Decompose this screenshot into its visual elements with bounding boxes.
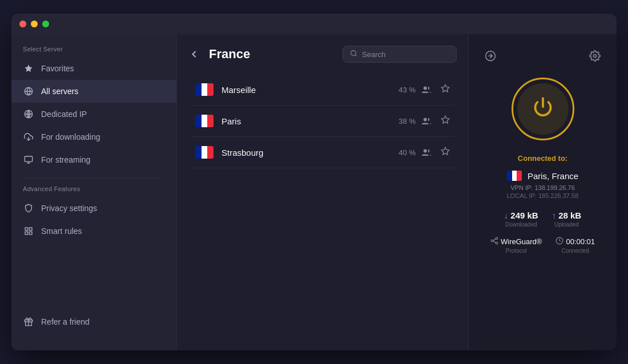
svg-point-30	[496, 242, 498, 244]
power-inner	[517, 83, 569, 135]
app-window: Select Server Favorites All s	[11, 14, 617, 350]
svg-rect-10	[25, 228, 28, 230]
svg-rect-12	[25, 232, 28, 234]
arrow-right-button[interactable]	[480, 46, 501, 66]
close-button[interactable]	[19, 21, 26, 27]
sidebar-item-for-streaming[interactable]: For streaming	[11, 148, 176, 171]
favorite-star-icon[interactable]	[441, 115, 450, 127]
svg-point-28	[491, 240, 493, 242]
small-flag	[507, 171, 522, 181]
clock-icon	[555, 237, 563, 246]
svg-line-32	[493, 241, 496, 243]
svg-point-22	[424, 149, 427, 152]
time-block: 00:00:01 Connected	[555, 237, 595, 254]
sidebar-item-favorites[interactable]: Favorites	[11, 57, 176, 80]
cloud-download-icon	[23, 131, 34, 143]
power-symbol-icon	[533, 96, 553, 122]
download-stat: ↓ 249 kB Downloaded	[504, 211, 538, 228]
people-icon	[421, 116, 432, 126]
favorite-star-icon[interactable]	[441, 84, 450, 95]
protocol-icon	[490, 237, 498, 246]
connected-label: Connected to:	[518, 154, 567, 163]
people-icon	[421, 85, 432, 95]
server-name: Marseille	[222, 85, 398, 95]
power-button[interactable]	[512, 78, 574, 140]
svg-point-18	[424, 86, 427, 90]
server-load: 43 %	[398, 86, 416, 94]
server-row[interactable]: Paris 38 %	[188, 106, 457, 137]
connection-info: Paris, France	[507, 171, 578, 181]
svg-line-31	[493, 239, 496, 241]
svg-rect-7	[25, 156, 32, 161]
globe-icon	[23, 86, 34, 97]
svg-marker-23	[441, 147, 449, 155]
upload-arrow-icon: ↑	[552, 211, 557, 220]
main-content: Select Server Favorites All s	[11, 34, 617, 350]
server-name: Paris	[222, 116, 398, 126]
svg-marker-21	[441, 116, 449, 123]
svg-marker-19	[441, 84, 449, 92]
gift-icon	[23, 316, 34, 327]
download-arrow-icon: ↓	[504, 211, 509, 220]
center-header: France	[188, 46, 457, 63]
server-load: 38 %	[398, 117, 416, 126]
titlebar	[11, 14, 617, 34]
svg-point-16	[351, 51, 356, 56]
upload-value: ↑ 28 kB	[552, 211, 582, 220]
sidebar-divider	[23, 178, 165, 179]
svg-line-17	[355, 55, 356, 56]
connection-city: Paris, France	[528, 171, 578, 181]
people-icon	[421, 148, 432, 157]
sidebar-item-refer-friend[interactable]: Refer a friend	[11, 310, 176, 333]
country-title: France	[209, 47, 250, 62]
minimize-button[interactable]	[31, 21, 38, 27]
stats-row: ↓ 249 kB Downloaded ↑ 28 kB Uploaded	[504, 211, 581, 228]
sidebar-advanced-label: Advanced Features	[11, 185, 176, 192]
search-input[interactable]	[362, 50, 449, 59]
sidebar-item-smart-rules-label: Smart rules	[41, 227, 82, 236]
sidebar-item-dedicated-ip-label: Dedicated IP	[41, 110, 87, 119]
sidebar-bottom: Refer a friend	[11, 310, 176, 339]
svg-point-26	[594, 55, 597, 58]
download-value: ↓ 249 kB	[504, 211, 538, 220]
search-icon	[350, 50, 357, 59]
settings-button[interactable]	[585, 46, 605, 66]
sidebar-item-privacy-settings[interactable]: Privacy settings	[11, 197, 176, 220]
protocol-block: WireGuard® Protocol	[490, 237, 542, 254]
vpn-ip: VPN IP: 138.199.26.76	[510, 184, 575, 191]
sidebar-item-for-streaming-label: For streaming	[41, 155, 90, 164]
maximize-button[interactable]	[42, 21, 49, 27]
server-name: Strasbourg	[222, 148, 398, 157]
sidebar-item-favorites-label: Favorites	[41, 64, 74, 73]
globe-grid-icon	[23, 108, 34, 120]
time-value: 00:00:01	[555, 237, 595, 246]
server-row[interactable]: Strasbourg 40 %	[188, 137, 457, 168]
sidebar-item-privacy-settings-label: Privacy settings	[41, 204, 97, 213]
server-row[interactable]: Marseille 43 %	[188, 74, 457, 106]
protocol-value: WireGuard®	[490, 237, 542, 246]
sidebar-item-dedicated-ip[interactable]: Dedicated IP	[11, 103, 176, 126]
sidebar-section-label: Select Server	[11, 46, 176, 52]
sidebar-item-all-servers[interactable]: All servers	[11, 80, 176, 103]
svg-point-20	[424, 118, 427, 121]
sidebar-item-smart-rules[interactable]: Smart rules	[11, 220, 176, 242]
right-panel: Connected to: Paris, France VPN IP: 138.…	[468, 34, 617, 350]
svg-rect-11	[29, 228, 32, 230]
favorite-star-icon[interactable]	[441, 147, 450, 158]
sidebar-item-all-servers-label: All servers	[41, 87, 78, 96]
svg-rect-13	[29, 232, 32, 234]
local-ip: LOCAL IP: 185.226.37.58	[507, 192, 579, 199]
back-button[interactable]	[188, 48, 200, 60]
shield-icon	[23, 203, 34, 214]
svg-marker-0	[25, 64, 32, 72]
star-icon	[23, 63, 34, 74]
upload-label: Uploaded	[554, 221, 579, 228]
protocol-row: WireGuard® Protocol 00:00:01	[490, 237, 595, 254]
server-list: Marseille 43 %	[188, 74, 457, 168]
time-label: Connected	[562, 248, 589, 254]
sidebar-item-for-downloading[interactable]: For downloading	[11, 126, 176, 148]
center-panel: France	[177, 34, 468, 350]
grid-icon	[23, 225, 34, 237]
protocol-label: Protocol	[506, 248, 527, 254]
sidebar: Select Server Favorites All s	[11, 34, 177, 350]
